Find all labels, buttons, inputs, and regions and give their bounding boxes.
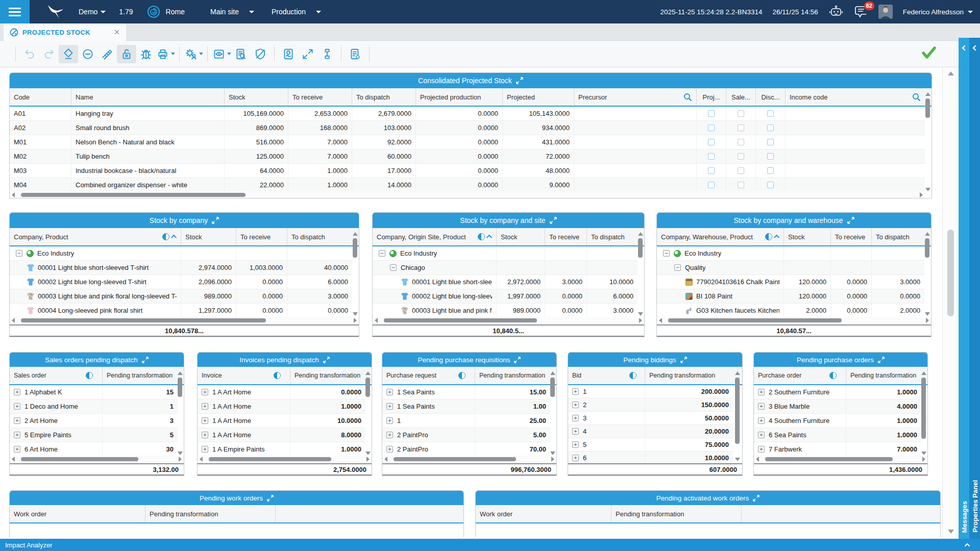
sale-checkbox[interactable] (738, 139, 744, 145)
confirm-check-icon[interactable] (921, 45, 937, 60)
column-header-stock[interactable]: Stock (224, 88, 288, 106)
tree-expand-toggle[interactable]: + (572, 415, 579, 421)
expand-panel-icon[interactable] (680, 357, 687, 363)
scroll-left-arrow[interactable] (659, 318, 662, 323)
user-menu[interactable]: Federico Alfredsson (903, 8, 973, 16)
sale-checkbox[interactable] (738, 124, 744, 131)
user-avatar[interactable] (878, 5, 893, 19)
sort-asc-icon[interactable] (774, 235, 779, 240)
tree-expand-toggle[interactable]: + (202, 403, 208, 410)
scroll-down-arrow[interactable] (921, 452, 926, 455)
proj-checkbox[interactable] (708, 182, 715, 188)
horizontal-scrollbar[interactable] (10, 317, 359, 323)
column-header-disc[interactable]: Disc... (755, 88, 785, 106)
horizontal-scrollbar[interactable] (657, 317, 931, 323)
vertical-scrollbar[interactable] (177, 370, 183, 456)
table-row[interactable]: M01 Nelson Bench - Natural and black 516… (10, 135, 925, 149)
column-header-to-dispatch[interactable]: To dispatch (352, 88, 415, 106)
column-header-company-warehouse-product[interactable]: Company, Warehouse, Product (657, 228, 783, 245)
tree-expand-toggle[interactable]: + (572, 455, 579, 461)
column-header-projected[interactable]: Projected (502, 88, 574, 106)
table-row[interactable]: 00003 Light blue and pink flor... 989.00… (373, 304, 638, 318)
column-header-projected-production[interactable]: Projected production (415, 88, 502, 106)
scroll-left-arrow[interactable] (12, 192, 15, 197)
column-header-sales-order[interactable]: Sales order (10, 367, 102, 384)
vertical-scrollbar[interactable] (921, 370, 927, 456)
tree-expand-toggle[interactable]: + (758, 403, 765, 410)
scrollbar-thumb[interactable] (384, 318, 537, 322)
search-icon[interactable] (683, 93, 692, 102)
redo-button[interactable] (39, 45, 59, 63)
horizontal-scrollbar[interactable] (10, 456, 184, 462)
scrollbar-thumb[interactable] (21, 193, 246, 197)
table-row[interactable]: M03 Industrial bookcase - black/natural … (10, 164, 925, 178)
table-row[interactable]: + 3 50.0000 (568, 412, 733, 425)
tree-expand-toggle[interactable]: + (14, 432, 20, 438)
tree-expand-toggle[interactable]: + (202, 446, 208, 453)
environment-dropdown[interactable]: Demo (79, 8, 106, 16)
column-header-purchase-request[interactable]: Purchase request (382, 367, 475, 384)
hierarchy-button[interactable] (317, 45, 337, 63)
tree-collapse-toggle[interactable]: − (379, 250, 385, 257)
scroll-left-arrow[interactable] (384, 457, 387, 462)
table-row[interactable]: + 1 A Empire Paints 1.0000 (198, 442, 365, 457)
column-header-pending-transformation[interactable]: Pending transformation (611, 505, 741, 522)
scrollbar-thumb[interactable] (735, 378, 740, 444)
table-row[interactable]: + 1 Alphabet K 15 (10, 385, 178, 399)
scroll-down-arrow[interactable] (735, 458, 740, 461)
expand-panel-icon[interactable] (753, 495, 760, 502)
stamp-image-button[interactable] (279, 45, 298, 63)
fullscreen-button[interactable] (298, 45, 317, 63)
tree-collapse-toggle[interactable]: − (16, 250, 22, 257)
group-mode-icon[interactable] (629, 372, 636, 379)
shield-off-button[interactable] (251, 45, 270, 63)
tree-expand-toggle[interactable]: + (386, 403, 393, 410)
column-header-bid[interactable]: Bid (568, 367, 645, 384)
table-row[interactable]: M04 Combined organizer dispenser - white… (10, 178, 925, 192)
scroll-right-arrow[interactable] (366, 457, 370, 462)
sale-checkbox[interactable] (738, 153, 744, 160)
column-header-proj[interactable]: Proj... (696, 88, 726, 106)
scroll-down-arrow[interactable] (353, 312, 358, 316)
column-header-to-receive[interactable]: To receive (545, 228, 586, 245)
impact-analyzer-label[interactable]: Impact Analyzer (5, 541, 53, 549)
disc-checkbox[interactable] (767, 182, 774, 188)
tab-close-icon[interactable]: ✕ (114, 28, 120, 36)
column-header-work-order[interactable]: Work order (10, 505, 145, 522)
tree-expand-toggle[interactable]: + (14, 403, 20, 410)
tree-expand-toggle[interactable]: + (758, 389, 765, 395)
hamburger-menu-icon[interactable] (0, 0, 30, 23)
list-remove-button[interactable] (346, 45, 365, 63)
table-row[interactable]: + 2 PaintPro 5.00 (382, 428, 550, 442)
preview-eye-button[interactable] (212, 45, 231, 63)
table-row[interactable]: + 1 A Art Home 10.0000 (198, 414, 365, 428)
scroll-down-arrow[interactable] (365, 452, 371, 455)
table-row[interactable]: A02 Small round brush 869.0000 168.0000 … (10, 121, 925, 135)
disc-checkbox[interactable] (767, 167, 774, 174)
horizontal-scrollbar[interactable] (10, 191, 925, 198)
scroll-left-arrow[interactable] (200, 457, 203, 462)
scrollbar-thumb[interactable] (925, 98, 930, 118)
tree-expand-toggle[interactable]: + (202, 389, 208, 395)
proj-checkbox[interactable] (708, 110, 715, 117)
tree-collapse-toggle[interactable]: − (674, 264, 681, 271)
scroll-right-arrow[interactable] (926, 318, 929, 323)
horizontal-scrollbar[interactable] (382, 456, 556, 462)
scroll-down-arrow[interactable] (550, 452, 555, 455)
sale-checkbox[interactable] (738, 167, 744, 174)
chevron-up-icon[interactable] (964, 541, 971, 548)
vertical-scrollbar[interactable] (734, 370, 741, 462)
column-header-pending-transformation[interactable]: Pending transformation (475, 367, 550, 384)
table-row[interactable]: 00003 Light blue and pink floral long-sl… (10, 289, 352, 304)
tree-expand-toggle[interactable]: + (572, 402, 579, 408)
table-row[interactable]: + 1 A Art Home 1.0000 (198, 399, 365, 414)
scroll-up-arrow[interactable] (948, 71, 954, 76)
scroll-right-arrow[interactable] (551, 457, 554, 462)
table-row[interactable]: + 3 Blue Marble 4.0000 (754, 399, 921, 414)
column-header-precursor[interactable]: Precursor (574, 88, 696, 106)
page-vertical-scrollbar[interactable] (942, 67, 959, 539)
expand-panel-icon[interactable] (142, 357, 149, 363)
table-row[interactable]: − Quality (657, 261, 924, 275)
tree-expand-toggle[interactable]: + (386, 389, 393, 395)
scrollbar-thumb[interactable] (21, 318, 266, 322)
